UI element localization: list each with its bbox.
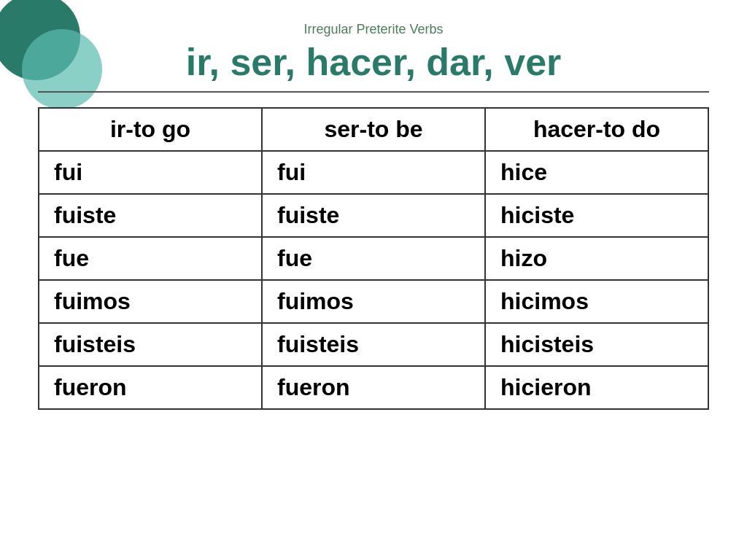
- header-ir: ir-to go: [39, 108, 262, 151]
- cell-row2-col0: fue: [39, 237, 262, 280]
- cell-row4-col2: hicisteis: [485, 323, 708, 366]
- cell-row2-col1: fue: [262, 237, 485, 280]
- cell-row2-col2: hizo: [485, 237, 708, 280]
- cell-row0-col1: fui: [262, 151, 485, 194]
- page-subtitle: Irregular Preterite Verbs: [303, 22, 443, 37]
- title-divider: [38, 91, 709, 93]
- page-content: Irregular Preterite Verbs ir, ser, hacer…: [0, 0, 747, 410]
- cell-row5-col1: fueron: [262, 366, 485, 409]
- cell-row1-col1: fuiste: [262, 194, 485, 237]
- cell-row5-col0: fueron: [39, 366, 262, 409]
- table-header-row: ir-to go ser-to be hacer-to do: [39, 108, 708, 151]
- header-hacer: hacer-to do: [485, 108, 708, 151]
- cell-row3-col2: hicimos: [485, 280, 708, 323]
- page-main-title: ir, ser, hacer, dar, ver: [186, 40, 562, 84]
- table-row: fuisteisfuisteishicisteis: [39, 323, 708, 366]
- cell-row3-col1: fuimos: [262, 280, 485, 323]
- header-ser: ser-to be: [262, 108, 485, 151]
- cell-row5-col2: hicieron: [485, 366, 708, 409]
- table-row: fuistefuistehiciste: [39, 194, 708, 237]
- verb-conjugation-table: ir-to go ser-to be hacer-to do fuifuihic…: [38, 107, 709, 410]
- table-row: fuimosfuimoshicimos: [39, 280, 708, 323]
- cell-row1-col2: hiciste: [485, 194, 708, 237]
- cell-row3-col0: fuimos: [39, 280, 262, 323]
- table-row: fueronfueronhicieron: [39, 366, 708, 409]
- cell-row0-col0: fui: [39, 151, 262, 194]
- cell-row4-col1: fuisteis: [262, 323, 485, 366]
- table-row: fuifuihice: [39, 151, 708, 194]
- cell-row1-col0: fuiste: [39, 194, 262, 237]
- cell-row4-col0: fuisteis: [39, 323, 262, 366]
- cell-row0-col2: hice: [485, 151, 708, 194]
- table-row: fuefuehizo: [39, 237, 708, 280]
